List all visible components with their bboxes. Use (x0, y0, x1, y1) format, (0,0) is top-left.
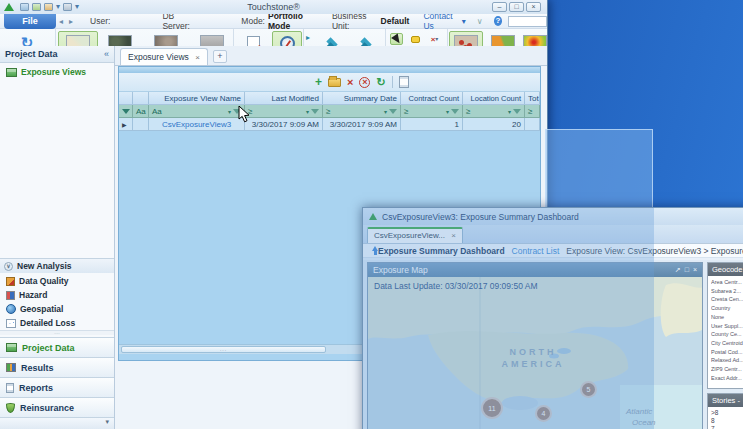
continent-label: AMERICA (483, 359, 583, 369)
breadcrumb-current[interactable]: Exposure Summary Dashboard (378, 246, 505, 256)
grid-data-row[interactable]: ▶ CsvExposureView3 3/30/2017 9:09 AM 3/3… (119, 118, 540, 131)
legend-item: None (711, 313, 743, 322)
legend-item: ZIP9 Centr... (711, 365, 743, 374)
open-exposure-view-button[interactable] (328, 78, 341, 87)
tab-close-icon[interactable]: × (195, 53, 200, 62)
filter-summary-cell[interactable]: ≥▾ (323, 105, 401, 118)
sidebar-item-geospatial[interactable]: Geospatial (0, 302, 114, 316)
row-marker-cell: ▶ (119, 118, 133, 131)
delete-shape-button[interactable]: ×▾ (428, 33, 441, 45)
map-last-update: Data Last Update: 03/30/2017 09:09:50 AM (374, 281, 538, 291)
header-expand (133, 92, 149, 105)
tab-exposure-views[interactable]: Exposure Views × (120, 48, 208, 65)
forward-icon[interactable]: ▸ (69, 17, 73, 26)
overflow-dropdown-icon[interactable]: ▾ (105, 418, 109, 425)
sidebar-header: Project Data « (0, 46, 114, 63)
continent-label: NORTH (483, 347, 583, 357)
filter-name-cell[interactable]: Aa▾ (149, 105, 245, 118)
pin-icon[interactable]: ↗ (675, 266, 681, 274)
legend-item: Exact Addr... (711, 374, 743, 383)
legend-item: 7 (711, 425, 743, 429)
delete-exposure-view-button[interactable]: × (347, 77, 353, 88)
nav-reports[interactable]: Reports (0, 377, 114, 397)
help-button[interactable]: ? (494, 16, 502, 26)
add-tab-button[interactable]: + (213, 50, 227, 63)
row-expand-cell[interactable] (133, 118, 149, 131)
reports-icon (6, 383, 14, 393)
collapse-icon[interactable]: « (104, 49, 109, 59)
detailed-loss-icon (6, 319, 16, 328)
geocode-header[interactable]: Geocode (708, 263, 743, 276)
filter-icon-cell[interactable] (119, 105, 133, 118)
tab-close-icon[interactable]: × (451, 231, 456, 240)
exposure-map[interactable]: Data Last Update: 03/30/2017 09:09:50 AM… (368, 277, 702, 429)
mode-label: Mode: (241, 16, 265, 26)
header-last-modified[interactable]: Last Modified (245, 92, 323, 105)
cluster-marker[interactable]: 11 (481, 397, 503, 419)
sidebar: Project Data « Exposure Views ∨ New Anal… (0, 46, 115, 429)
sidebar-item-detailed-loss[interactable]: Detailed Loss (0, 316, 114, 330)
tab-csvexposureview[interactable]: CsvExposureView... × (367, 227, 463, 243)
cluster-marker[interactable]: 5 (580, 381, 597, 398)
new-analysis-header[interactable]: ∨ New Analysis (0, 258, 114, 273)
business-unit-value: Default (381, 16, 410, 26)
sidebar-item-hazard[interactable]: Hazard (0, 288, 114, 302)
grid-toolbar: + × × ↻ (119, 73, 540, 92)
grid-filter-row: Aa Aa▾ ≥▾ ≥▾ ≥▾ ≥▾ ≥ (119, 105, 540, 118)
filter-location-cell[interactable]: ≥▾ (463, 105, 525, 118)
nav-results[interactable]: Results (0, 357, 114, 377)
close-button[interactable]: × (526, 2, 541, 12)
legend-item: User Suppl... (711, 322, 743, 331)
header-summary-date[interactable]: Summary Date (323, 92, 401, 105)
minimize-button[interactable]: – (492, 2, 507, 12)
filter-contract-cell[interactable]: ≥▾ (401, 105, 463, 118)
mouse-cursor (238, 106, 250, 123)
maximize-button[interactable]: □ (509, 2, 524, 12)
dashboard-tab-strip: CsvExposureView... × (363, 225, 743, 243)
sidebar-footer: ▾ (0, 417, 114, 429)
legend-item: Cresta Cen... (711, 295, 743, 304)
contact-us-link[interactable]: Contact Us (423, 11, 458, 31)
dashboard-title-bar[interactable]: CsvExposureView3: Exposure Summary Dashb… (363, 208, 743, 225)
header-contract-count[interactable]: Contract Count (401, 92, 463, 105)
back-icon[interactable]: ◂ (59, 17, 63, 26)
delete-all-button[interactable]: × (359, 77, 370, 88)
chevron-circle-icon: ∨ (4, 262, 13, 271)
hazard-icon (6, 291, 15, 300)
geospatial-icon (6, 304, 16, 314)
sidebar-item-exposure-views[interactable]: Exposure Views (0, 63, 114, 81)
cluster-marker[interactable]: 4 (535, 405, 552, 422)
search-box[interactable] (508, 16, 547, 27)
header-location-count[interactable]: Location Count (463, 92, 525, 105)
header-total[interactable]: Tot (525, 92, 540, 105)
close-panel-icon[interactable]: × (693, 266, 697, 274)
refresh-button[interactable]: ↻ (376, 77, 385, 88)
exposure-map-title: Exposure Map (373, 265, 428, 275)
filter-modified-cell[interactable]: ≥▾ (245, 105, 323, 118)
exposure-views-icon (6, 68, 17, 77)
cell-exposure-view-name[interactable]: CsvExposureView3 (149, 118, 245, 131)
sidebar-splitter[interactable]: ..... (0, 330, 114, 335)
legend-item: Relaxed Ad... (711, 356, 743, 365)
nav-project-data[interactable]: Project Data (0, 337, 114, 357)
sidebar-item-data-quality[interactable]: Data Quality (0, 274, 114, 288)
maximize-panel-icon[interactable]: □ (685, 266, 689, 274)
pointer-tool-button[interactable] (390, 33, 403, 45)
contact-dropdown-icon[interactable]: ▾ (462, 17, 466, 26)
flag-icon[interactable]: ▸ (306, 33, 311, 42)
dashboard-title: CsvExposureView3: Exposure Summary Dashb… (382, 212, 579, 222)
contract-list-link[interactable]: Contract List (512, 246, 560, 256)
header-exposure-view-name[interactable]: Exposure View Name (149, 92, 245, 105)
scrollbar-thumb[interactable]: ∙∙∙ (121, 346, 326, 353)
export-document-button[interactable] (399, 76, 409, 88)
filter-expand-cell[interactable]: Aa (133, 105, 149, 118)
nav-reinsurance[interactable]: Reinsurance (0, 397, 114, 417)
stories-header[interactable]: Stories - (708, 394, 743, 407)
filter-total-cell[interactable]: ≥ (525, 105, 540, 118)
mode-value: Portfolio Mode (268, 11, 318, 31)
style-icon[interactable]: ∨ (477, 17, 483, 26)
add-exposure-view-button[interactable]: + (315, 76, 322, 88)
callout-tool-button[interactable] (409, 33, 422, 45)
file-button[interactable]: File (4, 14, 56, 29)
data-quality-icon (6, 277, 15, 286)
